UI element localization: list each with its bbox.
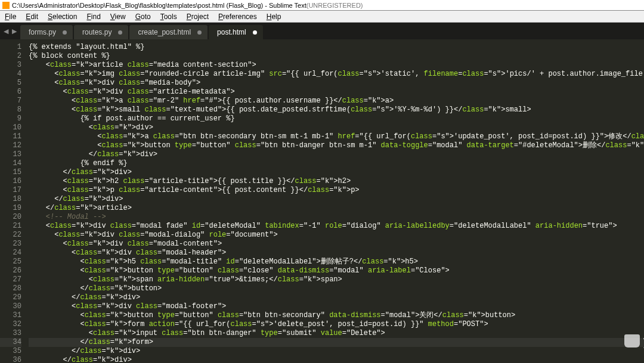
line-number: 29 [0,293,21,302]
line-number: 25 [0,257,21,266]
code-line[interactable]: <class="k">div> [29,123,644,132]
code-line[interactable]: <class="k">a class="btn btn-secondary bt… [29,132,644,141]
line-number: 24 [0,249,21,257]
code-line[interactable]: <class="k">span aria-hidden="true">&time… [29,275,644,284]
tab-post-html[interactable]: post.html [209,25,263,39]
code-line[interactable]: <class="k">input class="btn btn-danger" … [29,329,644,338]
code-line[interactable]: <class="k">div class="modal-footer"> [29,302,644,311]
tab-fwd-icon[interactable]: ▶ [12,27,17,35]
code-line[interactable]: <class="k">form action="{{ url_for(class… [29,320,644,329]
menu-edit[interactable]: Edit [21,13,43,21]
unregistered-label: (UNREGISTERED) [306,0,363,11]
line-number: 13 [0,150,21,159]
line-number: 19 [0,204,21,213]
tab-close-icon[interactable] [197,30,202,35]
code-line[interactable]: <class="k">div class="modal-content"> [29,240,644,249]
menu-selection[interactable]: Selection [43,13,82,21]
code-content[interactable]: {% extends "layout.html" %}{% block cont… [26,39,644,363]
line-number: 8 [0,106,21,114]
menu-tools[interactable]: Tools [156,13,182,21]
code-line[interactable]: <class="k">button type="button" class="b… [29,141,644,150]
code-line[interactable]: <class="k">small class="text-muted">{{ p… [29,106,644,114]
editor-area: ◀ ▶ forms.pyroutes.pycreate_post.htmlpos… [0,23,644,363]
line-number: 35 [0,347,21,356]
code-line[interactable]: <class="k">article class="media content-… [29,61,644,70]
line-number: 30 [0,302,21,311]
code-line[interactable]: <class="k">div class="article-metadata"> [29,88,644,97]
line-number: 17 [0,186,21,195]
code-line[interactable]: <class="k">img class="rounded-circle art… [29,70,644,79]
tab-nav-arrows[interactable]: ◀ ▶ [0,23,20,39]
menu-find[interactable]: Find [82,13,105,21]
line-number: 9 [0,114,21,123]
tab-label: forms.py [29,28,56,36]
line-number: 7 [0,97,21,106]
line-number: 31 [0,311,21,320]
line-number: 10 [0,123,21,132]
line-number: 2 [0,52,21,61]
code-line[interactable]: {% endif %} [29,159,644,168]
tab-label: create_post.html [138,28,191,36]
code-line[interactable]: <class="k">div class="modal-dialog" role… [29,231,644,240]
tab-label: post.html [217,28,246,36]
code-line[interactable]: </class="k">div> [29,195,644,204]
line-number: 22 [0,231,21,240]
line-number: 20 [0,213,21,222]
code-line[interactable]: {% extends "layout.html" %} [29,43,644,52]
code-line[interactable]: </class="k">button> [29,284,644,293]
tab-routes-py[interactable]: routes.py [74,25,128,39]
code-line[interactable]: </class="k">div> [29,356,644,363]
tab-close-icon[interactable] [253,30,257,35]
line-number: 21 [0,222,21,231]
menu-file[interactable]: File [0,13,21,21]
code-line[interactable]: <class="k">p class="article-content">{{ … [29,186,644,195]
code-line[interactable]: </class="k">div> [29,150,644,159]
tab-back-icon[interactable]: ◀ [4,27,8,35]
line-number: 11 [0,132,21,141]
line-number: 5 [0,79,21,88]
code-line[interactable]: <class="k">button type="button" class="c… [29,266,644,275]
wechat-icon [624,334,640,348]
code-line[interactable]: <class="k">a class="mr-2" href="#">{{ po… [29,97,644,106]
tab-create_post-html[interactable]: create_post.html [129,25,208,39]
line-number: 27 [0,275,21,284]
code-view[interactable]: 1234567891011121314151617181920212223242… [0,39,644,363]
code-line[interactable]: <class="k">button type="button" class="b… [29,311,644,320]
code-line[interactable]: <class="k">h2 class="article-title">{{ p… [29,177,644,186]
line-number: 3 [0,61,21,70]
line-number: 6 [0,88,21,97]
line-number: 23 [0,240,21,249]
code-line[interactable]: <!-- Modal --> [29,213,644,222]
code-line[interactable]: <class="k">h5 class="modal-title" id="de… [29,257,644,266]
menu-project[interactable]: Project [182,13,213,21]
menu-view[interactable]: View [106,13,131,21]
line-number: 12 [0,141,21,150]
line-number: 16 [0,177,21,186]
tab-bar: ◀ ▶ forms.pyroutes.pycreate_post.htmlpos… [0,23,644,39]
menu-preferences[interactable]: Preferences [213,13,262,21]
code-line[interactable]: {% if post.author == current_user %} [29,114,644,123]
menu-help[interactable]: Help [262,13,286,21]
code-line[interactable]: </class="k">article> [29,204,644,213]
code-line[interactable]: <class="k">div class="modal fade" id="de… [29,222,644,231]
code-line[interactable]: <class="k">div class="media-body"> [29,79,644,88]
code-line[interactable]: {% block content %} [29,52,644,61]
window-titlebar: C:\Users\Administrator\Desktop\Flask_Blo… [0,0,644,11]
code-line[interactable]: </class="k">form> [29,338,644,347]
code-line[interactable]: <class="k">div class="modal-header"> [29,249,644,257]
line-number: 18 [0,195,21,204]
line-number: 15 [0,168,21,177]
tab-label: routes.py [82,28,112,36]
tab-forms-py[interactable]: forms.py [20,25,73,39]
line-number-gutter: 1234567891011121314151617181920212223242… [0,39,26,363]
code-line[interactable]: </class="k">div> [29,293,644,302]
tab-close-icon[interactable] [118,30,122,35]
menu-goto[interactable]: Goto [131,13,156,21]
line-number: 32 [0,320,21,329]
line-number: 34 [0,338,21,347]
code-line[interactable]: </class="k">div> [29,168,644,177]
code-line[interactable]: </class="k">div> [29,347,644,356]
tab-close-icon[interactable] [63,30,67,35]
line-number: 1 [0,43,21,52]
line-number: 4 [0,70,21,79]
